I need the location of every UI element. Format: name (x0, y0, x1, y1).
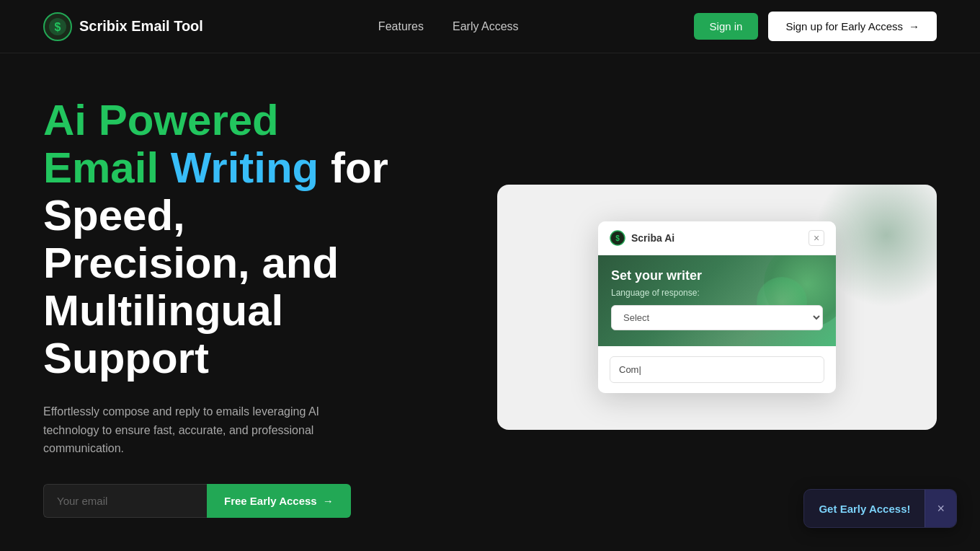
title-writing: Writing (171, 144, 331, 192)
modal-logo-icon: $ (610, 230, 625, 246)
modal-header-left: $ Scriba Ai (610, 230, 674, 246)
title-precision: Precision, and (43, 239, 339, 287)
modal-header: $ Scriba Ai × (598, 221, 836, 255)
notification-close-button[interactable]: × (925, 490, 956, 527)
title-support: Support (43, 334, 209, 382)
logo-text: Scribix Email Tool (79, 18, 203, 35)
email-input[interactable] (43, 484, 207, 518)
free-access-arrow-icon: → (323, 495, 334, 507)
modal-body: Set your writer Language of response: Se… (598, 255, 836, 393)
hero-preview: $ Scriba Ai × Set your writer Language o… (497, 185, 937, 430)
signup-button[interactable]: Sign up for Early Access → (768, 12, 937, 41)
navbar: $ Scribix Email Tool Features Early Acce… (0, 0, 980, 53)
set-writer-title: Set your writer (611, 268, 823, 283)
nav-links: Features Early Access (378, 20, 519, 33)
title-multilingual: Multilingual (43, 286, 283, 335)
free-access-button[interactable]: Free Early Access → (207, 484, 351, 518)
nav-link-features[interactable]: Features (378, 20, 424, 33)
modal-set-writer-section: Set your writer Language of response: Se… (598, 255, 836, 346)
bottom-notification: Get Early Access! × (803, 489, 957, 528)
title-email: Email (43, 144, 171, 192)
free-access-label: Free Early Access (224, 495, 317, 507)
hero-left: Ai Powered Email Writing for Speed, Prec… (43, 97, 388, 518)
language-select[interactable]: Select English Spanish French German Ita… (611, 305, 823, 330)
modal-title: Scriba Ai (631, 232, 674, 244)
hero-description: Effortlessly compose and reply to emails… (43, 402, 360, 458)
logo-icon: $ (43, 12, 72, 41)
signup-arrow-icon: → (909, 20, 919, 32)
svg-text:$: $ (615, 234, 620, 242)
title-speed: Speed, (43, 191, 185, 239)
hero-title: Ai Powered Email Writing for Speed, Prec… (43, 97, 388, 382)
notification-text[interactable]: Get Early Access! (804, 491, 925, 526)
hero-section: Ai Powered Email Writing for Speed, Prec… (0, 53, 980, 547)
email-form: Free Early Access → (43, 484, 346, 518)
title-for: for (331, 144, 388, 192)
signin-button[interactable]: Sign in (694, 13, 759, 40)
modal-input-area (598, 346, 836, 393)
modal-close-button[interactable]: × (808, 230, 824, 246)
modal-compose-input[interactable] (610, 356, 824, 383)
language-label: Language of response: (611, 288, 823, 298)
title-ai: Ai Powered (43, 96, 279, 144)
logo-link[interactable]: $ Scribix Email Tool (43, 12, 203, 41)
svg-text:$: $ (55, 21, 61, 33)
signup-button-label: Sign up for Early Access (785, 20, 903, 32)
nav-link-early-access[interactable]: Early Access (453, 20, 519, 33)
nav-actions: Sign in Sign up for Early Access → (694, 12, 937, 41)
scriba-modal: $ Scriba Ai × Set your writer Language o… (598, 221, 836, 393)
